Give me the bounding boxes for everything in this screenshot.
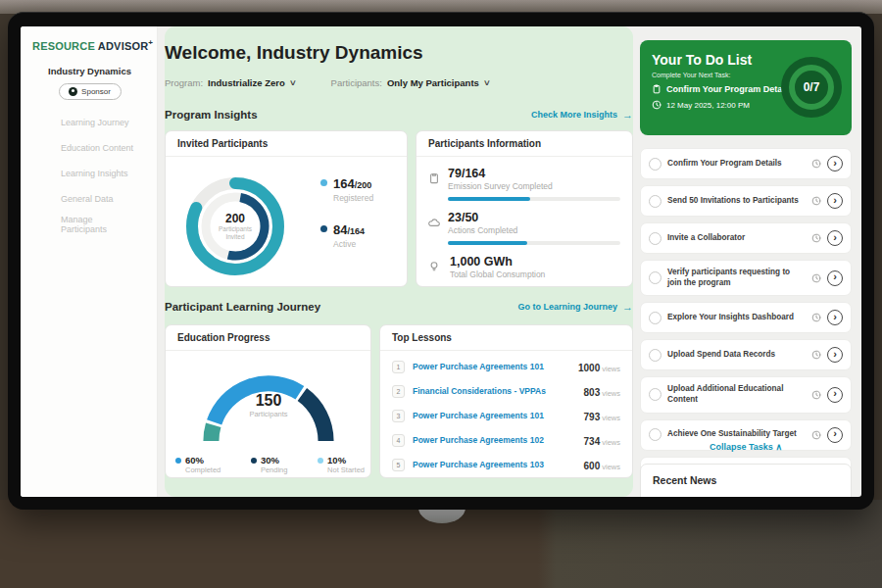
lesson-row: 1 Power Purchase Agreements 101 1000view… [380, 351, 632, 375]
lesson-link[interactable]: Financial Considerations - VPPAs [413, 386, 576, 396]
task-row-upload-spend-data[interactable]: Upload Spend Data Records › [640, 339, 852, 370]
task-row-explore-insights[interactable]: Explore Your Insights Dashboard › [640, 302, 852, 333]
lesson-views-suffix: views [602, 438, 620, 447]
metric-actions: 23/50 Actions Completed [416, 201, 632, 245]
lesson-row: 4 Power Purchase Agreements 102 734views [380, 424, 632, 449]
logo-plus: + [148, 38, 153, 47]
lesson-row: 5 Power Purchase Agreements 103 600views [380, 449, 632, 473]
sidebar-item-learning-journey[interactable]: Learning Journey [32, 112, 147, 133]
active-value: 84 [333, 222, 347, 237]
pending-label: Pending [261, 466, 288, 474]
clipboard-icon [652, 84, 662, 94]
task-label: Send 50 Invitations to Participants [667, 196, 806, 207]
task-checkbox[interactable] [649, 349, 662, 362]
sidebar-item-learning-insights[interactable]: Learning Insights [32, 163, 147, 184]
invited-caption: Invited [225, 233, 244, 241]
sidebar-item-education-content[interactable]: Education Content [32, 137, 147, 159]
task-label: Upload Additional Educational Content [667, 384, 806, 405]
check-more-insights-link[interactable]: Check More Insights → [531, 109, 633, 121]
clock-icon [811, 430, 821, 440]
registered-dot-icon [320, 179, 327, 186]
invited-caption: Participants [219, 225, 252, 233]
chevron-right-icon[interactable]: › [827, 347, 843, 363]
legend-registered: 164/200 Registered [320, 174, 373, 203]
invited-participants-donut: 200 Participants Invited [175, 167, 295, 286]
arrow-right-icon: → [622, 109, 633, 121]
lesson-link[interactable]: Power Purchase Agreements 101 [413, 411, 576, 420]
organization-name: Industry Dynamics [32, 66, 147, 76]
task-list: Confirm Your Program Details › Send 50 I… [640, 148, 852, 488]
chevron-right-icon[interactable]: › [827, 230, 843, 246]
lesson-views: 734 [584, 436, 601, 447]
lesson-views: 793 [584, 412, 601, 422]
task-label: Explore Your Insights Dashboard [667, 313, 806, 323]
chevron-right-icon[interactable]: › [827, 427, 843, 443]
chevron-right-icon[interactable]: › [827, 156, 843, 172]
task-checkbox[interactable] [649, 312, 662, 324]
logo-secondary: ADVISOR [98, 40, 149, 52]
go-to-learning-journey-link[interactable]: Go to Learning Journey → [517, 301, 633, 313]
emission-survey-icon [428, 167, 440, 201]
task-row-verify-participants[interactable]: Verify participants requesting to join t… [640, 260, 852, 296]
lesson-views-suffix: views [602, 389, 620, 398]
metric-label: Total Global Consumption [450, 270, 618, 279]
task-checkbox[interactable] [649, 271, 662, 284]
clock-icon [811, 196, 821, 206]
chevron-right-icon[interactable]: › [827, 193, 843, 209]
task-checkbox[interactable] [649, 195, 662, 208]
chevron-right-icon[interactable]: › [827, 270, 843, 286]
task-checkbox[interactable] [649, 158, 662, 171]
task-row-confirm-program[interactable]: Confirm Your Program Details › [640, 148, 852, 179]
sidebar-item-general-data[interactable]: General Data [32, 188, 147, 210]
lesson-link[interactable]: Power Purchase Agreements 102 [413, 435, 576, 445]
sidebar-nav: Home Insights Education Learning Journey… [32, 112, 147, 235]
lesson-link[interactable]: Power Purchase Agreements 101 [413, 362, 570, 371]
registered-total: /200 [355, 180, 372, 190]
learning-journey-title: Participant Learning Journey [165, 301, 320, 313]
participants-dropdown[interactable]: Participants: Only My Participants ∨ [331, 77, 490, 88]
progress-fill [448, 197, 530, 201]
invited-participants-title: Invited Participants [166, 131, 407, 157]
lesson-row: 2 Financial Considerations - VPPAs 803vi… [380, 375, 632, 400]
recent-news-title: Recent News [653, 474, 839, 486]
chevron-right-icon[interactable]: › [827, 310, 843, 325]
clock-icon [811, 390, 821, 400]
active-dot-icon [320, 225, 327, 232]
metric-value: 79/164 [448, 167, 620, 180]
sidebar: RESOURCE ADVISOR+ Industry Dynamics Spon… [21, 26, 158, 497]
task-row-upload-educational-content[interactable]: Upload Additional Educational Content › [640, 376, 852, 413]
lesson-link[interactable]: Power Purchase Agreements 103 [413, 460, 576, 469]
metric-consumption: 1,000 GWh Total Global Consumption [416, 245, 632, 279]
metric-emission-survey: 79/164 Emission Survey Completed [416, 157, 632, 201]
collapse-tasks-link[interactable]: Collapse Tasks ∧ [640, 442, 852, 452]
task-checkbox[interactable] [649, 388, 662, 401]
task-row-send-invitations[interactable]: Send 50 Invitations to Participants › [640, 185, 852, 217]
task-checkbox[interactable] [649, 428, 662, 441]
filters-row: Program: Industrialize Zero ∨ Participan… [165, 77, 490, 88]
progress-track [448, 197, 620, 201]
completed-label: Completed [185, 466, 220, 474]
education-progress-gauge: 150 Participants [185, 359, 352, 453]
legend-active: 84/164 Active [320, 220, 373, 249]
lesson-views-suffix: views [602, 414, 620, 422]
lesson-rank: 3 [392, 410, 405, 422]
participants-information-card: Participants Information 79/164 Emission… [416, 130, 633, 287]
legend-completed: 60% Completed [175, 455, 220, 474]
sidebar-item-manage-participants[interactable]: Manage Participants [32, 214, 147, 235]
program-dropdown[interactable]: Program: Industrialize Zero ∨ [165, 77, 296, 88]
lesson-views-suffix: views [602, 365, 620, 373]
registered-label: Registered [333, 193, 373, 203]
chevron-right-icon[interactable]: › [827, 387, 843, 403]
program-insights-title: Program Insights [165, 109, 258, 121]
task-checkbox[interactable] [649, 232, 662, 245]
gauge-value: 150 [185, 392, 352, 410]
task-row-invite-collaborator[interactable]: Invite a Collaborator › [640, 222, 852, 254]
top-lessons-card: Top Lessons 1 Power Purchase Agreements … [379, 324, 633, 478]
participants-information-title: Participants Information [416, 131, 632, 157]
completed-pct: 60% [185, 455, 204, 466]
todo-next-task: Confirm Your Program Details [666, 84, 792, 94]
invited-participants-card: Invited Participants 200 Participants In… [165, 130, 408, 287]
task-label: Confirm Your Program Details [667, 159, 806, 170]
legend-pending: 30% Pending [251, 455, 288, 474]
learning-journey-header: Participant Learning Journey Go to Learn… [165, 301, 633, 313]
